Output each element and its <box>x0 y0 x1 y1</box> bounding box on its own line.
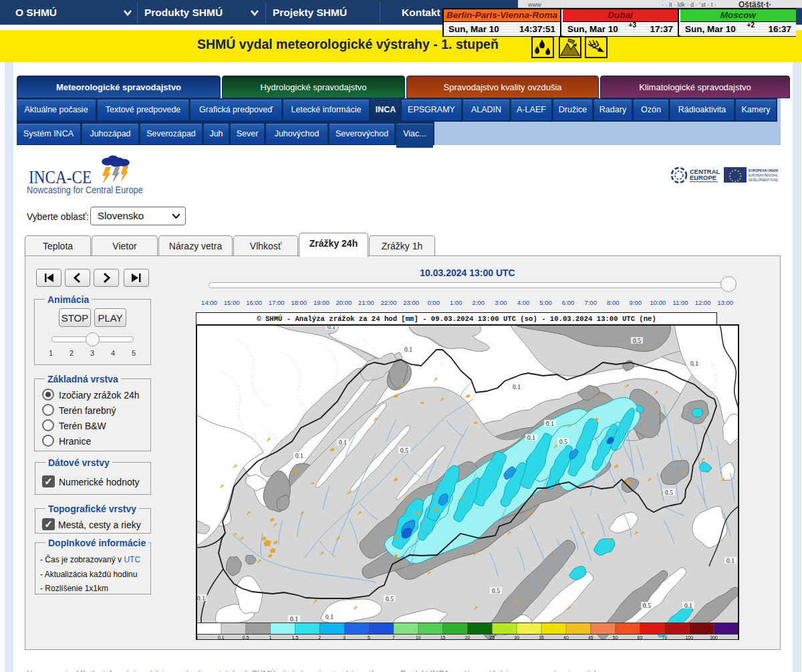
svg-text:0.5: 0.5 <box>243 635 249 640</box>
svg-text:3: 3 <box>343 635 346 640</box>
svg-text:2: 2 <box>318 635 321 640</box>
svg-text:70: 70 <box>662 635 668 640</box>
svg-text:100: 100 <box>685 635 693 640</box>
svg-text:0.5: 0.5 <box>665 489 673 496</box>
svg-text:DEVELOPMENT FUND: DEVELOPMENT FUND <box>749 178 778 182</box>
svg-text:0.1: 0.1 <box>726 558 734 564</box>
svg-text:EUROPEAN REGIONAL: EUROPEAN REGIONAL <box>749 173 778 177</box>
svg-text:45: 45 <box>588 635 593 640</box>
svg-text:50: 50 <box>613 635 618 640</box>
svg-text:0.1: 0.1 <box>527 435 535 441</box>
svg-text:0.1: 0.1 <box>404 346 412 353</box>
svg-text:1: 1 <box>269 635 272 640</box>
svg-text:0.1: 0.1 <box>218 635 225 640</box>
svg-text:0.1: 0.1 <box>290 616 298 623</box>
svg-text:5: 5 <box>368 635 370 640</box>
svg-text:0.5: 0.5 <box>400 447 408 454</box>
svg-text:0.1: 0.1 <box>339 439 347 446</box>
svg-text:30: 30 <box>514 635 519 640</box>
svg-text:20: 20 <box>465 635 471 640</box>
svg-text:0.1: 0.1 <box>197 595 205 602</box>
svg-text:35: 35 <box>539 635 544 640</box>
svg-text:© SHMÚ - Analýza zrážok za 24: © SHMÚ - Analýza zrážok za 24 hod [mm] -… <box>257 314 656 323</box>
svg-text:0.1: 0.1 <box>684 602 692 609</box>
svg-text:10: 10 <box>416 635 421 640</box>
svg-text:0.1: 0.1 <box>325 614 333 621</box>
svg-text:25: 25 <box>490 635 495 640</box>
svg-text:0.5: 0.5 <box>633 338 641 344</box>
svg-text:0.5: 0.5 <box>559 439 567 445</box>
svg-text:40: 40 <box>563 635 569 640</box>
svg-text:0.1: 0.1 <box>546 421 554 427</box>
svg-text:15: 15 <box>440 635 446 640</box>
svg-text:0.5: 0.5 <box>492 588 500 594</box>
svg-text:0.1: 0.1 <box>295 453 303 459</box>
svg-text:300: 300 <box>710 635 718 640</box>
svg-text:60: 60 <box>638 635 643 640</box>
svg-text:7: 7 <box>392 635 395 640</box>
svg-text:0.1: 0.1 <box>690 360 698 367</box>
svg-text:EUROPE: EUROPE <box>690 174 716 181</box>
svg-text:0.1: 0.1 <box>513 384 521 390</box>
svg-text:1.5: 1.5 <box>292 635 299 640</box>
svg-text:0.5: 0.5 <box>386 596 394 602</box>
svg-text:0.5: 0.5 <box>643 602 651 609</box>
svg-text:EUROPEAN UNION: EUROPEAN UNION <box>749 169 778 173</box>
